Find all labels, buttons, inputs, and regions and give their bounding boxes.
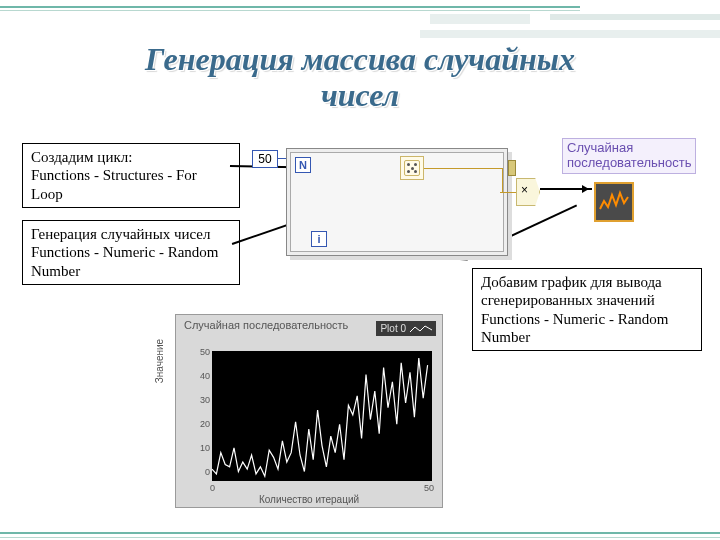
chart-ytick: 10 (198, 443, 210, 453)
legend-label: Plot 0 (380, 323, 406, 334)
text: Случайная (567, 140, 633, 155)
decor-rule (0, 10, 580, 11)
numeric-constant-50: 50 (252, 150, 278, 168)
waveform-chart-panel: Случайная последовательность Plot 0 Знач… (175, 314, 443, 508)
loop-count-terminal-N: N (295, 157, 311, 173)
chart-ytick: 0 (198, 467, 210, 477)
chart-ytick: 50 (198, 347, 210, 357)
text: Создадим цикл: (31, 148, 231, 166)
wire (502, 168, 503, 192)
random-number-icon (400, 156, 424, 180)
title-line1: Генерация массива случайных (145, 41, 575, 77)
text: Functions - Structures - For Loop (31, 166, 231, 203)
chart-xtick: 50 (424, 483, 434, 493)
page-title: Генерация массива случайных чисел (0, 42, 720, 114)
for-loop-structure: N i (286, 148, 508, 256)
for-loop-inner: N i (290, 152, 504, 252)
arrow-mul-to-graph (540, 188, 592, 190)
decor-rule (0, 532, 720, 534)
autoindex-tunnel-icon (508, 160, 516, 176)
callout-create-loop: Создадим цикл: Functions - Structures - … (22, 143, 240, 208)
chart-ytick: 40 (198, 371, 210, 381)
waveform-graph-terminal-icon (594, 182, 634, 222)
decor-rule (430, 14, 530, 24)
text: последовательность (567, 155, 691, 170)
callout-random-gen: Генерация случайных чисел Functions - Nu… (22, 220, 240, 285)
chart-ytick: 30 (198, 395, 210, 405)
text: Добавим график для вывода сгенерированны… (481, 273, 693, 310)
loop-iteration-terminal-i: i (311, 231, 327, 247)
decor-rule (0, 6, 580, 8)
chart-ylabel: Значение (154, 311, 165, 411)
chart-ytick: 20 (198, 419, 210, 429)
text: Functions - Numeric - Random Number (31, 243, 231, 280)
title-line2: чисел (321, 77, 399, 113)
chart-legend: Plot 0 (376, 321, 436, 336)
chart-xtick: 0 (210, 483, 215, 493)
chart-title: Случайная последовательность (184, 319, 348, 331)
decor-rule (550, 14, 720, 20)
decor-rule (420, 30, 720, 38)
multiply-icon: × (516, 178, 540, 206)
text: Functions - Numeric - Random Number (481, 310, 693, 347)
callout-add-graph: Добавим график для вывода сгенерированны… (472, 268, 702, 351)
decor-rule (0, 537, 720, 538)
chart-plot-area (212, 351, 432, 481)
wire (500, 192, 516, 193)
waveform-graph-terminal-label: Случайная последовательность (562, 138, 696, 174)
multiply-symbol: × (521, 183, 528, 197)
wire (424, 168, 502, 169)
chart-xlabel: Количество итераций (176, 494, 442, 505)
text: Генерация случайных чисел (31, 225, 231, 243)
